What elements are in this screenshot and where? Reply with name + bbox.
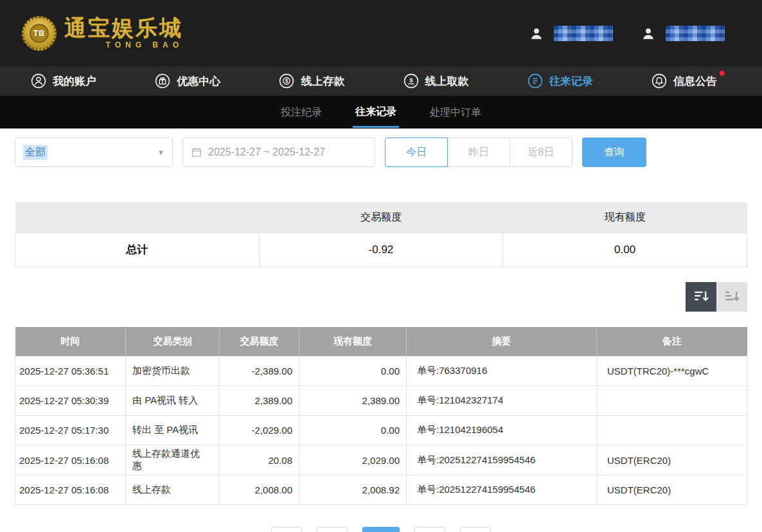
nav-item-deposit[interactable]: $ 线上存款: [279, 73, 344, 89]
pagination-last-button[interactable]: [460, 527, 491, 532]
table-row: 2025-12-27 05:17:30转出 至 PA视讯-2,029.000.0…: [15, 416, 747, 445]
user-icon: [528, 25, 545, 42]
tab-processing-orders[interactable]: 处理中订单: [427, 98, 484, 127]
cell-remark: USDT(ERC20): [597, 475, 747, 505]
page-content: 全部 ▼ 2025-12-27 ~ 2025-12-27 今日 昨日 近8日 查…: [0, 137, 762, 505]
cell-type: 线上存款: [126, 475, 220, 505]
deposit-icon: $: [279, 73, 294, 89]
summary-header-transaction: 交易额度: [259, 202, 503, 233]
svg-text:$: $: [409, 77, 412, 84]
cell-amount: 2,008.00: [220, 475, 299, 505]
nav-item-announcements[interactable]: 信息公告: [651, 73, 717, 89]
quick-range-group: 今日 昨日 近8日: [385, 137, 572, 167]
header-summary: 摘要: [407, 327, 597, 357]
cell-remark: USDT(ERC20): [597, 445, 747, 475]
cell-amount: 2,389.00: [220, 386, 299, 416]
sort-controls: [15, 282, 747, 312]
cell-type: 加密货币出款: [126, 357, 220, 386]
cell-remark: [597, 416, 747, 445]
cell-balance: 0.00: [299, 357, 407, 386]
sort-desc-icon: [693, 288, 710, 305]
nav-item-records[interactable]: 往来记录: [527, 73, 593, 89]
topbar-account-area: [528, 25, 725, 42]
today-button[interactable]: 今日: [385, 137, 448, 167]
nav-label: 信息公告: [673, 74, 717, 89]
cell-summary: 单号:202512274159954546: [407, 475, 597, 505]
pagination-next-button[interactable]: [414, 527, 445, 532]
type-select[interactable]: 全部 ▼: [15, 137, 173, 167]
nav-item-my-account[interactable]: 我的账户: [31, 73, 96, 89]
yesterday-button[interactable]: 昨日: [447, 137, 510, 167]
cell-time: 2025-12-27 05:30:39: [15, 386, 126, 416]
cell-type: 转出 至 PA视讯: [126, 416, 220, 445]
brand-text: 通宝娱乐城 TONG BAO: [64, 17, 183, 50]
cell-type: 线上存款通道优惠: [126, 445, 220, 475]
sort-ascending-button[interactable]: [716, 282, 747, 312]
main-navigation: 我的账户 优惠中心 $ 线上存款 $: [0, 66, 762, 96]
withdraw-icon: $: [403, 73, 419, 89]
tab-transaction-records[interactable]: 往来记录: [353, 97, 399, 128]
calendar-icon: [191, 146, 202, 158]
sort-asc-icon: [723, 288, 741, 305]
type-select-value: 全部: [23, 145, 48, 160]
summary-header-empty: [15, 202, 260, 233]
cell-amount: 20.08: [220, 445, 299, 475]
cell-time: 2025-12-27 05:16:08: [15, 475, 126, 505]
cell-balance: 2,389.00: [299, 386, 407, 416]
nav-label: 优惠中心: [177, 74, 220, 89]
topbar: TB 通宝娱乐城 TONG BAO: [0, 0, 762, 66]
transactions-table: 时间 交易类别 交易额度 现有额度 摘要 备注 2025-12-27 05:36…: [15, 327, 747, 506]
nav-label: 我的账户: [53, 74, 96, 89]
sort-descending-button[interactable]: [686, 282, 716, 312]
cell-balance: 2,029.00: [299, 445, 407, 475]
redacted-username: [554, 26, 613, 41]
summary-header-balance: 现有额度: [503, 202, 747, 233]
wallet-icon: [640, 25, 657, 42]
cell-summary: 单号:763370916: [407, 357, 597, 386]
transactions-body: 2025-12-27 05:36:51加密货币出款-2,389.000.00单号…: [15, 357, 747, 505]
date-range-value: 2025-12-27 ~ 2025-12-27: [208, 146, 325, 158]
nav-label: 线上存款: [301, 74, 344, 89]
cell-summary: 单号:121042196054: [407, 416, 597, 445]
cell-type: 由 PA视讯 转入: [126, 386, 220, 416]
nav-item-withdraw[interactable]: $ 线上取款: [403, 73, 469, 89]
header-remark: 备注: [597, 327, 747, 357]
table-row: 2025-12-27 05:36:51加密货币出款-2,389.000.00单号…: [15, 357, 747, 386]
summary-balance-total: 0.00: [503, 233, 747, 267]
pagination: [0, 527, 762, 532]
user-circle-icon: [31, 73, 46, 89]
nav-item-promotions[interactable]: 优惠中心: [155, 73, 220, 89]
pagination-first-button[interactable]: [271, 527, 302, 532]
summary-total-row: 总计 -0.92 0.00: [15, 233, 747, 267]
table-row: 2025-12-27 05:30:39由 PA视讯 转入2,389.002,38…: [15, 386, 747, 416]
cell-time: 2025-12-27 05:16:08: [15, 445, 126, 475]
tab-betting-records[interactable]: 投注纪录: [278, 98, 324, 127]
coin-tb-label: TB: [30, 24, 49, 43]
last-8-days-button[interactable]: 近8日: [509, 137, 572, 167]
cell-balance: 2,008.92: [299, 475, 407, 505]
date-range-input[interactable]: 2025-12-27 ~ 2025-12-27: [182, 137, 375, 167]
header-type: 交易类别: [126, 327, 220, 357]
summary-header-row: 交易额度 现有额度: [15, 202, 747, 233]
notification-dot: [720, 71, 725, 76]
summary-total-label: 总计: [15, 233, 260, 267]
cell-remark: USDT(TRC20)-***cgwC: [597, 357, 747, 386]
brand-name-en: TONG BAO: [64, 40, 183, 49]
summary-table: 交易额度 现有额度 总计 -0.92 0.00: [15, 202, 747, 267]
cell-amount: -2,389.00: [220, 357, 299, 386]
cell-summary: 单号:202512274159954546: [407, 445, 597, 475]
header-time: 时间: [15, 327, 126, 357]
pagination-prev-button[interactable]: [317, 527, 348, 532]
cell-remark: [597, 386, 747, 416]
table-header-row: 时间 交易类别 交易额度 现有额度 摘要 备注: [15, 327, 747, 357]
search-button[interactable]: 查询: [582, 137, 646, 167]
cell-amount: -2,029.00: [220, 416, 299, 445]
svg-text:$: $: [285, 78, 288, 84]
cell-time: 2025-12-27 05:17:30: [15, 416, 126, 445]
pagination-current-page[interactable]: [362, 527, 400, 532]
records-icon: [527, 73, 543, 89]
brand-coin-icon: TB: [22, 16, 57, 51]
header-amount: 交易额度: [220, 327, 299, 357]
nav-label: 线上取款: [425, 74, 469, 89]
chevron-down-icon: ▼: [157, 148, 164, 156]
